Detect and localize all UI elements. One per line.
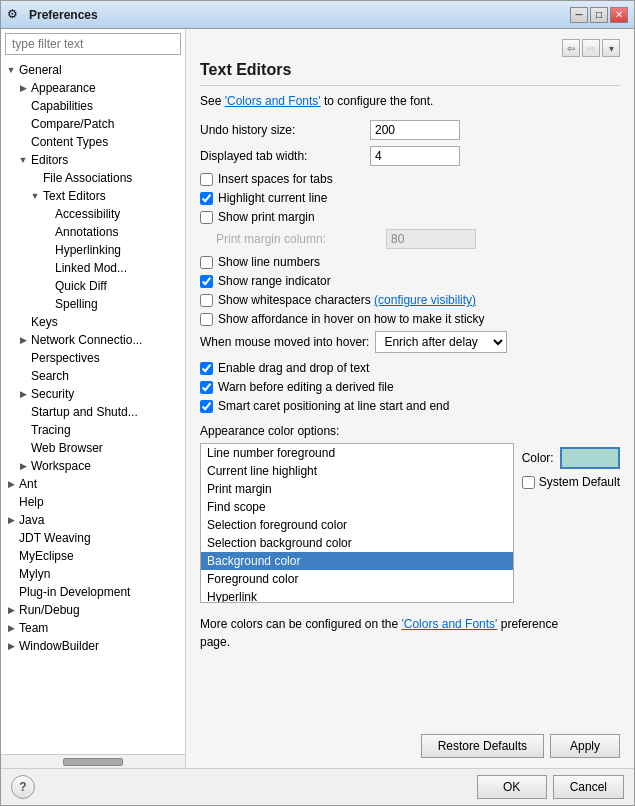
configure-visibility-link[interactable]: (configure visibility) <box>374 293 476 307</box>
insert-spaces-checkbox[interactable] <box>200 173 213 186</box>
tree-item-team[interactable]: ▶ Team <box>1 619 185 637</box>
horizontal-scrollbar-thumb[interactable] <box>63 758 123 766</box>
tree-label-appearance: Appearance <box>29 80 185 96</box>
tree-label-tracing: Tracing <box>29 422 185 438</box>
color-item-current-line[interactable]: Current line highlight <box>201 462 513 480</box>
tree-item-myeclipse[interactable]: MyEclipse <box>1 547 185 565</box>
see-suffix: to configure the font. <box>321 94 434 108</box>
tree-label-ant: Ant <box>17 476 185 492</box>
tree-item-workspace[interactable]: ▶ Workspace <box>1 457 185 475</box>
nav-back-button[interactable]: ⇦ <box>562 39 580 57</box>
tree-item-linked-mode[interactable]: Linked Mod... <box>1 259 185 277</box>
color-item-hyperlink[interactable]: Hyperlink <box>201 588 513 603</box>
tree-item-network[interactable]: ▶ Network Connectio... <box>1 331 185 349</box>
tree-item-hyperlinking[interactable]: Hyperlinking <box>1 241 185 259</box>
filter-input[interactable] <box>5 33 181 55</box>
show-print-margin-checkbox[interactable] <box>200 211 213 224</box>
tree-label-myeclipse: MyEclipse <box>17 548 185 564</box>
show-print-margin-label: Show print margin <box>218 210 315 224</box>
warn-editing-checkbox[interactable] <box>200 381 213 394</box>
tree-item-security[interactable]: ▶ Security <box>1 385 185 403</box>
show-whitespace-label: Show whitespace characters (configure vi… <box>218 293 476 307</box>
tree-item-help[interactable]: Help <box>1 493 185 511</box>
show-affordance-checkbox[interactable] <box>200 313 213 326</box>
smart-caret-row: Smart caret positioning at line start an… <box>200 399 620 413</box>
color-controls: Color: System Default <box>522 443 620 603</box>
tree-label-capabilities: Capabilities <box>29 98 185 114</box>
tree-item-run-debug[interactable]: ▶ Run/Debug <box>1 601 185 619</box>
tree-item-appearance[interactable]: ▶ Appearance <box>1 79 185 97</box>
color-item-sel-bg[interactable]: Selection background color <box>201 534 513 552</box>
color-area: Line number foreground Current line high… <box>200 443 620 603</box>
insert-spaces-row: Insert spaces for tabs <box>200 172 620 186</box>
undo-history-row: Undo history size: <box>200 120 620 140</box>
tree-item-search[interactable]: Search <box>1 367 185 385</box>
show-whitespace-checkbox[interactable] <box>200 294 213 307</box>
maximize-button[interactable]: □ <box>590 7 608 23</box>
color-preview-swatch[interactable] <box>560 447 620 469</box>
warn-editing-label: Warn before editing a derived file <box>218 380 394 394</box>
ok-button[interactable]: OK <box>477 775 547 799</box>
undo-history-input[interactable] <box>370 120 460 140</box>
tree-item-text-editors[interactable]: ▼ Text Editors <box>1 187 185 205</box>
tree-item-content-types[interactable]: Content Types <box>1 133 185 151</box>
nav-dropdown-button[interactable]: ▾ <box>602 39 620 57</box>
tree-item-compare-patch[interactable]: Compare/Patch <box>1 115 185 133</box>
nav-forward-button[interactable]: ⇨ <box>582 39 600 57</box>
highlight-line-checkbox[interactable] <box>200 192 213 205</box>
enable-drag-checkbox[interactable] <box>200 362 213 375</box>
tree-item-startup[interactable]: Startup and Shutd... <box>1 403 185 421</box>
window-controls: ─ □ ✕ <box>570 7 628 23</box>
show-line-numbers-label: Show line numbers <box>218 255 320 269</box>
panel-title: Text Editors <box>200 61 620 86</box>
tab-width-input[interactable] <box>370 146 460 166</box>
window-title: Preferences <box>29 8 570 22</box>
color-item-line-num-fg[interactable]: Line number foreground <box>201 444 513 462</box>
color-item-sel-fg[interactable]: Selection foreground color <box>201 516 513 534</box>
print-margin-column-input[interactable] <box>386 229 476 249</box>
tree-label-network: Network Connectio... <box>29 332 185 348</box>
smart-caret-checkbox[interactable] <box>200 400 213 413</box>
tree-item-annotations[interactable]: Annotations <box>1 223 185 241</box>
tree-item-accessibility[interactable]: Accessibility <box>1 205 185 223</box>
tree-item-plugin-dev[interactable]: Plug-in Development <box>1 583 185 601</box>
tree-item-quick-diff[interactable]: Quick Diff <box>1 277 185 295</box>
close-button[interactable]: ✕ <box>610 7 628 23</box>
tree-item-tracing[interactable]: Tracing <box>1 421 185 439</box>
tree-item-windowbuilder[interactable]: ▶ WindowBuilder <box>1 637 185 655</box>
tree-item-capabilities[interactable]: Capabilities <box>1 97 185 115</box>
restore-defaults-button[interactable]: Restore Defaults <box>421 734 544 758</box>
tree-item-jdt-weaving[interactable]: JDT Weaving <box>1 529 185 547</box>
show-range-indicator-checkbox[interactable] <box>200 275 213 288</box>
tree-label-quick-diff: Quick Diff <box>53 278 185 294</box>
tree-item-ant[interactable]: ▶ Ant <box>1 475 185 493</box>
tree-item-java[interactable]: ▶ Java <box>1 511 185 529</box>
tree-item-file-assoc[interactable]: File Associations <box>1 169 185 187</box>
tree-item-mylyn[interactable]: Mylyn <box>1 565 185 583</box>
more-colors-prefix: More colors can be configured on the <box>200 617 401 631</box>
colors-fonts-link[interactable]: 'Colors and Fonts' <box>225 94 321 108</box>
tree-label-team: Team <box>17 620 185 636</box>
color-item-bg[interactable]: Background color <box>201 552 513 570</box>
color-list[interactable]: Line number foreground Current line high… <box>200 443 514 603</box>
tree-item-spelling[interactable]: Spelling <box>1 295 185 313</box>
expand-icon-ant: ▶ <box>5 478 17 490</box>
color-item-print-margin[interactable]: Print margin <box>201 480 513 498</box>
color-item-find-scope[interactable]: Find scope <box>201 498 513 516</box>
cancel-button[interactable]: Cancel <box>553 775 624 799</box>
tree-item-general[interactable]: ▼ General <box>1 61 185 79</box>
tree-item-keys[interactable]: Keys <box>1 313 185 331</box>
more-colors-link[interactable]: 'Colors and Fonts' <box>401 617 497 631</box>
help-button[interactable]: ? <box>11 775 35 799</box>
tree-item-perspectives[interactable]: Perspectives <box>1 349 185 367</box>
show-line-numbers-checkbox[interactable] <box>200 256 213 269</box>
system-default-checkbox[interactable] <box>522 476 535 489</box>
tree-item-web-browser[interactable]: Web Browser <box>1 439 185 457</box>
tree-scrollbar-area[interactable] <box>1 754 185 768</box>
more-colors-text: More colors can be configured on the 'Co… <box>200 615 620 651</box>
color-item-fg[interactable]: Foreground color <box>201 570 513 588</box>
minimize-button[interactable]: ─ <box>570 7 588 23</box>
hover-select[interactable]: Enrich after delay Enrich immediately Ne… <box>375 331 507 353</box>
apply-button[interactable]: Apply <box>550 734 620 758</box>
tree-item-editors[interactable]: ▼ Editors <box>1 151 185 169</box>
